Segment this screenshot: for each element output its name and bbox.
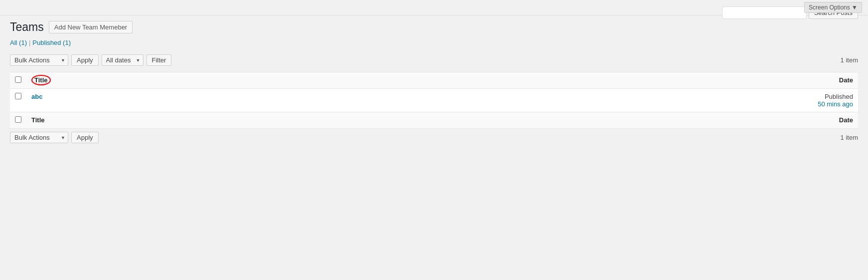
filter-published-link[interactable]: Published (1) [32,39,71,46]
date-relative-link[interactable]: 50 mins ago [818,100,853,108]
search-input[interactable] [722,6,807,19]
header-date-column: Date [783,72,858,89]
apply-button-top[interactable]: Apply [71,54,99,66]
main-wrap: Search Posts Teams Add New Team Memeber … [0,15,868,159]
select-all-checkbox-top[interactable] [15,76,21,83]
footer-title-sort-link[interactable]: Title [31,116,45,124]
bulk-actions-wrapper-top: Bulk Actions Edit Move to Trash [10,54,68,66]
apply-button-bottom[interactable]: Apply [71,132,99,143]
title-sort-link[interactable]: Title [31,75,51,85]
filter-separator: | [29,39,30,46]
select-all-checkbox-bottom[interactable] [15,116,21,123]
filter-links: All (1) | Published (1) [10,39,858,46]
filter-all-link[interactable]: All (1) [10,39,27,46]
page-title: Teams [10,20,44,34]
date-sort-link[interactable]: Date [839,76,853,84]
items-count-top: 1 item [841,56,858,64]
footer-date-sort-link[interactable]: Date [839,116,853,124]
items-count-bottom: 1 item [841,134,858,141]
row-checkbox-cell [10,89,26,112]
filter-button[interactable]: Filter [146,54,172,66]
page-header: Teams Add New Team Memeber [10,20,858,34]
date-status: Published [825,93,853,100]
top-tablenav: Bulk Actions Edit Move to Trash Apply Al… [10,51,858,69]
posts-table: Title Date abc Published 50 mins ago [10,72,858,129]
screen-options-button[interactable]: Screen Options ▼ [804,2,862,13]
footer-date-column: Date [783,112,858,129]
date-filter-select[interactable]: All dates [102,54,144,66]
date-filter-wrapper: All dates [102,54,144,66]
row-title-cell: abc [26,89,783,112]
row-checkbox[interactable] [15,93,21,99]
table-footer-row: Title Date [10,112,858,129]
bulk-actions-select-top[interactable]: Bulk Actions Edit Move to Trash [10,54,68,66]
bottom-tablenav: Bulk Actions Edit Move to Trash Apply 1 … [10,129,858,146]
footer-title-column: Title [26,112,783,129]
bulk-actions-select-bottom[interactable]: Bulk Actions Edit Move to Trash [10,132,68,143]
header-check-column [10,72,26,89]
row-date-cell: Published 50 mins ago [783,89,858,112]
row-title-link[interactable]: abc [31,93,42,100]
table-header-row: Title Date [10,72,858,89]
footer-check-column [10,112,26,129]
bulk-actions-wrapper-bottom: Bulk Actions Edit Move to Trash [10,132,68,143]
table-row: abc Published 50 mins ago [10,89,858,112]
add-new-button[interactable]: Add New Team Memeber [49,21,133,33]
header-title-column: Title [26,72,783,89]
